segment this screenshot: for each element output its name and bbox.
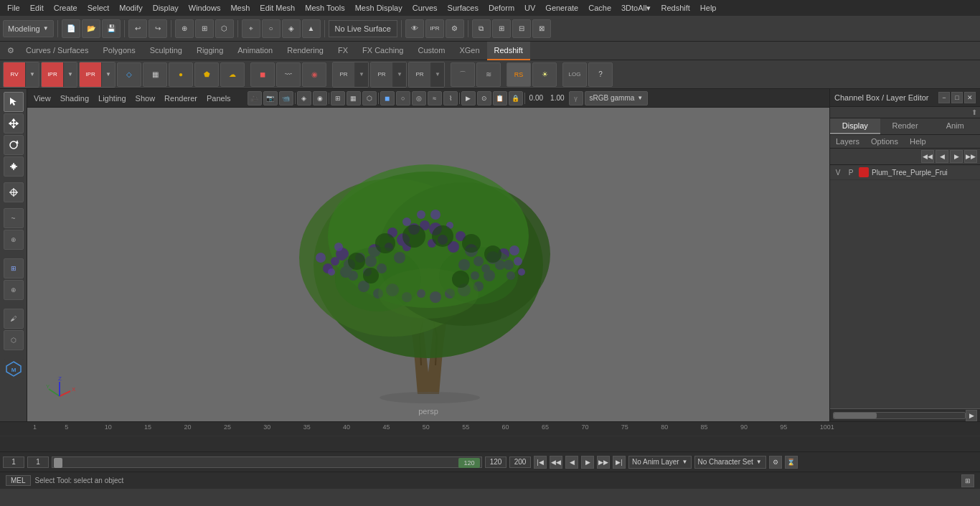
anim-layer-dropdown[interactable]: No Anim Layer ▼ xyxy=(628,456,692,469)
shelf-tab-fx-caching[interactable]: FX Caching xyxy=(355,42,410,60)
move-tool[interactable] xyxy=(4,113,24,133)
menu-edit[interactable]: Edit xyxy=(26,2,48,14)
menu-surfaces[interactable]: Surfaces xyxy=(443,2,483,14)
vp-renderer-menu[interactable]: Renderer xyxy=(161,93,201,103)
shelf-tab-polygons[interactable]: Polygons xyxy=(95,42,142,60)
anim-keys-btn[interactable]: ⌛ xyxy=(785,456,798,469)
vp-panels-menu[interactable]: Panels xyxy=(203,93,235,103)
char-set-dropdown[interactable]: No Character Set ▼ xyxy=(694,456,766,469)
shelf-tab-fx[interactable]: FX xyxy=(331,42,355,60)
sub-btn[interactable]: ◎ xyxy=(412,91,426,106)
ch-prev-btn[interactable]: ◀◀ xyxy=(921,150,934,163)
save-file-btn[interactable]: 💾 xyxy=(102,19,121,38)
ipr2-shelf-btn[interactable]: IPR xyxy=(80,62,101,87)
wave-btn[interactable]: 〰 xyxy=(276,62,301,87)
ipr-settings-btn[interactable]: ▼ xyxy=(64,62,77,87)
isolate-btn[interactable]: ⊙ xyxy=(477,91,491,106)
render-view-btn[interactable]: 👁 xyxy=(405,19,424,38)
bowl-btn[interactable]: ⌒ xyxy=(451,62,475,87)
viewport[interactable]: View Shading Lighting Show Renderer Pane… xyxy=(27,89,829,421)
universal-manip[interactable] xyxy=(4,182,24,202)
lock-btn[interactable]: 🔒 xyxy=(509,91,523,106)
xform-3d-btn[interactable]: ⧉ xyxy=(472,19,491,38)
tab-display[interactable]: Display xyxy=(830,118,880,134)
sculpt-btn[interactable]: ⬡ xyxy=(4,330,24,350)
menu-generate[interactable]: Generate xyxy=(541,2,583,14)
soft-mod-tool[interactable]: ~ xyxy=(4,208,24,228)
snap-surface-btn[interactable]: ▲ xyxy=(302,19,321,38)
layer-visibility[interactable]: V xyxy=(833,169,843,177)
menu-curves[interactable]: Curves xyxy=(408,2,442,14)
vp-view-menu[interactable]: View xyxy=(30,93,55,103)
forward-btn[interactable]: ▶▶ xyxy=(597,456,610,469)
log-btn[interactable]: LOG xyxy=(562,62,587,87)
rv-settings-btn[interactable]: ▼ xyxy=(26,62,39,87)
tab-anim[interactable]: Anim xyxy=(930,118,980,134)
wave2-btn[interactable]: ≋ xyxy=(476,62,501,87)
lasso-tool-btn[interactable]: ⊞ xyxy=(195,19,214,38)
anim-options-btn[interactable]: ⚙ xyxy=(769,456,782,469)
range-start-field[interactable]: 120 xyxy=(485,456,507,468)
menu-cache[interactable]: Cache xyxy=(584,2,616,14)
select-tool[interactable] xyxy=(4,92,24,112)
undo-btn[interactable]: ↩ xyxy=(128,19,147,38)
step-back-btn[interactable]: ◀◀ xyxy=(550,456,562,469)
film2-btn[interactable]: 📹 xyxy=(279,91,293,106)
script-lang-btn[interactable]: MEL xyxy=(6,475,31,486)
redo-btn[interactable]: ↪ xyxy=(149,19,167,38)
hscroll-thumb[interactable] xyxy=(834,413,877,418)
open-file-btn[interactable]: 📂 xyxy=(82,19,100,38)
sphere-btn[interactable]: ● xyxy=(169,62,193,87)
tab-render[interactable]: Render xyxy=(880,118,930,134)
pr1-settings-btn[interactable]: ▼ xyxy=(355,62,368,87)
shelf-tab-custom[interactable]: Custom xyxy=(411,42,453,60)
multi-cut-btn[interactable]: ⊕ xyxy=(4,280,24,300)
film-btn[interactable]: 📷 xyxy=(263,91,278,106)
menu-create[interactable]: Create xyxy=(50,2,82,14)
pr3-settings-btn[interactable]: ▼ xyxy=(431,62,444,87)
transform-btn[interactable]: ⊞ xyxy=(492,19,511,38)
shelf-settings-btn[interactable]: ⚙ xyxy=(3,43,19,59)
paint-effects-btn[interactable]: 🖌 xyxy=(4,309,24,329)
snap-align-btn[interactable]: ⊞ xyxy=(4,258,24,278)
grid-view-btn[interactable]: ⊞ xyxy=(331,91,345,106)
scale-tool[interactable] xyxy=(4,156,24,177)
ch-layers-menu[interactable]: Layers xyxy=(830,135,865,148)
cube-btn[interactable]: ◼ xyxy=(250,62,275,87)
shadow-btn[interactable]: ◈ xyxy=(297,91,311,106)
maximize-btn[interactable]: ⊠ xyxy=(532,19,551,38)
render-settings-btn[interactable]: ⚙ xyxy=(446,19,464,38)
menu-modify[interactable]: Modify xyxy=(115,2,146,14)
rv-btn[interactable]: RV xyxy=(4,62,25,87)
vp-shading-menu[interactable]: Shading xyxy=(57,93,93,103)
time-slider[interactable]: 120 xyxy=(52,456,482,468)
shelf-tab-animation[interactable]: Animation xyxy=(230,42,280,60)
vp-lighting-menu[interactable]: Lighting xyxy=(95,93,130,103)
workspace-dropdown[interactable]: Modeling ▼ xyxy=(3,20,54,37)
ipr2-settings-btn[interactable]: ▼ xyxy=(102,62,115,87)
shelf-tab-rigging[interactable]: Rigging xyxy=(189,42,230,60)
rs-light-btn[interactable]: ☀ xyxy=(532,62,557,87)
resolution-btn[interactable]: ▦ xyxy=(347,91,361,106)
cb-close-btn[interactable]: ✕ xyxy=(964,92,976,103)
menu-select[interactable]: Select xyxy=(83,2,114,14)
viewport-scene[interactable]: persp Y X Z xyxy=(27,108,829,421)
layout-btn[interactable]: ⊟ xyxy=(512,19,531,38)
cb-restore-btn[interactable]: □ xyxy=(951,92,963,103)
gamma-icon[interactable]: γ xyxy=(569,91,583,106)
vp-show-menu[interactable]: Show xyxy=(132,93,159,103)
hscroll-bar[interactable] xyxy=(833,412,966,419)
playblast-btn[interactable]: ▶ xyxy=(461,91,476,106)
back-btn[interactable]: ◀ xyxy=(565,456,578,469)
menu-3dto[interactable]: 3DtoAll▾ xyxy=(617,2,655,14)
ch-help-menu[interactable]: Help xyxy=(904,135,932,148)
select-tool-btn[interactable]: ⊕ xyxy=(175,19,194,38)
shelf-tab-rendering[interactable]: Rendering xyxy=(280,42,331,60)
shelf-tab-sculpting[interactable]: Sculpting xyxy=(143,42,189,60)
gamma-dropdown[interactable]: sRGB gamma ▼ xyxy=(585,91,649,106)
cloud-btn[interactable]: ☁ xyxy=(220,62,245,87)
grid-btn[interactable]: ▦ xyxy=(143,62,167,87)
rs-mat-btn[interactable]: RS xyxy=(507,62,531,87)
poly-btn[interactable]: ◼ xyxy=(380,91,395,106)
ch-next-btn[interactable]: ▶▶ xyxy=(964,150,977,163)
